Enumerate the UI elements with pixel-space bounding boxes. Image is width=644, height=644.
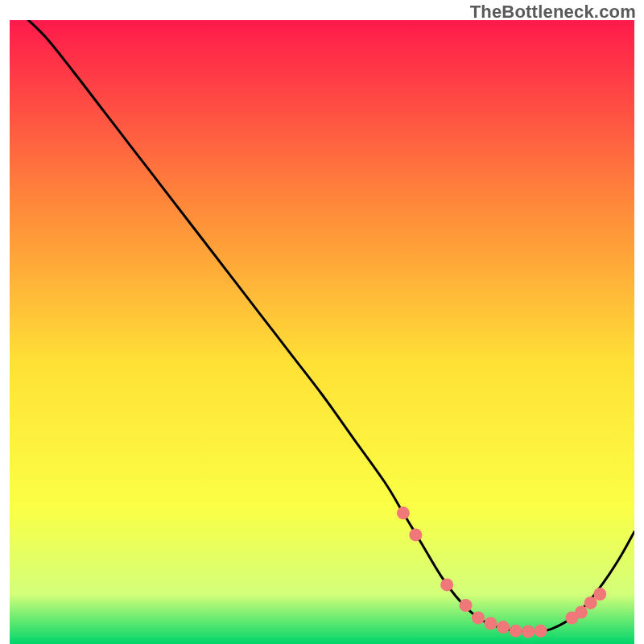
chart-svg [10,20,634,644]
curve-dot [575,606,588,619]
curve-dot [472,612,485,625]
gradient-background [10,20,634,644]
curve-dot [485,617,497,630]
curve-dot [584,597,597,609]
curve-dot [440,578,453,591]
watermark-text: TheBottleneck.com [470,2,636,23]
curve-dot [510,625,522,638]
curve-dot [535,625,547,638]
curve-dot [397,506,410,519]
curve-dot [497,621,510,634]
chart-stage: TheBottleneck.com [0,0,644,644]
plot-area [10,20,634,644]
curve-dot [460,599,473,612]
curve-dot [409,528,422,541]
curve-dot [593,588,606,601]
curve-dot [522,625,535,638]
